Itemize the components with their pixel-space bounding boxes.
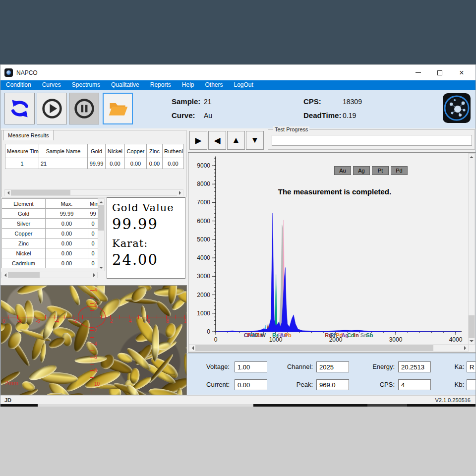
reticle-v-label: 8	[94, 368, 97, 373]
table-cell: 0.00	[106, 158, 125, 169]
table-cell: 0.00	[46, 238, 88, 248]
menu-item-help[interactable]: Help	[177, 80, 200, 90]
element-hscrollbar[interactable]	[1, 272, 98, 278]
test-progress-label: Test Progress	[273, 126, 309, 132]
table-cell: Zinc	[2, 238, 46, 248]
column-header: Zinc	[147, 144, 163, 158]
legend-button-pd[interactable]: Pd	[391, 166, 408, 175]
y-tick-label: 2000	[197, 292, 210, 298]
element-vscrollbar[interactable]	[98, 198, 105, 271]
spectrum-chart: 0100020003000400001000200030004000500060…	[188, 153, 469, 345]
legend-button-au[interactable]: Au	[334, 166, 351, 175]
reticle-tick	[90, 384, 94, 384]
menu-item-condition[interactable]: Condition	[0, 80, 37, 90]
table-cell: 0.00	[163, 158, 184, 169]
x-tick-label: 4000	[449, 336, 463, 343]
reticle-tick	[90, 310, 94, 311]
menu-item-spectrums[interactable]: Spectrums	[66, 80, 106, 90]
series-measured-spectrum	[216, 213, 461, 332]
chart-hscrollbar[interactable]	[189, 344, 469, 352]
reticle-tick	[90, 377, 94, 378]
nav-up-button[interactable]: ▲	[227, 131, 245, 150]
menu-item-others[interactable]: Others	[200, 80, 229, 90]
cps-field[interactable]	[398, 379, 431, 390]
table-cell: Gold	[2, 209, 46, 219]
camera-scale-label: 2mm	[5, 380, 18, 387]
table-cell: 1	[5, 158, 39, 169]
table-header-row: ElementMax.Min.	[2, 199, 98, 209]
nav-left-button[interactable]: ◀	[208, 131, 226, 150]
status-version: V2.1.0.250516	[435, 397, 471, 403]
nav-right-button[interactable]: ▶	[189, 131, 207, 150]
gold-value-panel: Gold Value 99.99 Karat: 24.00	[107, 197, 185, 279]
karat-label: Karat:	[112, 238, 180, 249]
open-file-button[interactable]	[103, 93, 133, 124]
ka-field[interactable]	[467, 361, 476, 372]
results-hscrollbar[interactable]	[4, 189, 183, 196]
column-header: Sample Name	[39, 144, 88, 158]
table-row[interactable]: Gold99.9999	[2, 209, 98, 219]
menu-item-logout[interactable]: LogOut	[229, 80, 259, 90]
peak-field[interactable]	[316, 379, 349, 390]
restore-button[interactable]	[430, 66, 450, 80]
voltage-field[interactable]	[235, 361, 267, 372]
desktop-background-top	[0, 0, 476, 64]
reticle-h-label: -2	[73, 318, 77, 324]
gold-value-title: Gold Value	[112, 202, 180, 214]
reticle-tick	[90, 297, 94, 298]
pause-measure-button[interactable]	[69, 93, 99, 124]
tab-measure-results[interactable]: Measure Results	[3, 130, 54, 140]
reticle-tick	[90, 324, 94, 324]
table-row[interactable]: Cadmium0.000	[2, 258, 98, 268]
reticle-h-label: -8	[17, 318, 22, 324]
reticle-tick	[45, 315, 46, 319]
menu-item-qualitative[interactable]: Qualitative	[106, 80, 145, 90]
menu-item-reports[interactable]: Reports	[145, 80, 177, 90]
reticle-tick	[90, 391, 94, 391]
kb-field[interactable]	[467, 379, 476, 390]
channel-field[interactable]	[316, 361, 349, 372]
table-row[interactable]: Nickel0.000	[2, 248, 98, 258]
test-progress-group: Test Progress	[268, 129, 475, 150]
table-row[interactable]: Copper0.000	[2, 229, 98, 238]
minimize-button[interactable]	[408, 66, 428, 80]
window-bottom-strip	[0, 404, 476, 407]
title-bar: NAPCO ×	[0, 64, 476, 80]
sample-camera-image: 0-8-6-4-22468142246810 2mm	[0, 285, 187, 395]
table-cell: 0.00	[46, 258, 88, 268]
chart-vscrollbar[interactable]	[468, 153, 475, 345]
app-icon	[4, 68, 13, 77]
peak-label: Peak:	[278, 381, 313, 388]
reticle-tick	[90, 370, 94, 371]
current-field[interactable]	[235, 379, 267, 390]
table-row[interactable]: 12199.990.000.000.000.00	[5, 158, 184, 169]
energy-field[interactable]	[398, 361, 431, 372]
reticle-tick	[90, 330, 94, 331]
column-header: Nickel	[106, 144, 125, 158]
start-measure-button[interactable]	[37, 93, 67, 124]
table-cell: 0	[88, 219, 98, 229]
current-label: Current:	[195, 381, 230, 388]
ka-label: Ka:	[429, 363, 464, 370]
cps-label: CPS:	[303, 97, 321, 106]
close-button[interactable]: ×	[452, 66, 472, 80]
legend-button-ag[interactable]: Ag	[353, 166, 370, 175]
spectrum-chart-panel: 0100020003000400001000200030004000500060…	[188, 152, 476, 353]
reticle-tick	[90, 337, 94, 338]
table-cell: Copper	[2, 229, 46, 238]
app-window: NAPCO × ConditionCurvesSpectrumsQualitat…	[0, 64, 476, 407]
table-row[interactable]: Silver0.000	[2, 219, 98, 229]
desktop-background-bottom	[0, 407, 476, 476]
curve-label: Curve:	[172, 111, 195, 119]
reticle-v-label: 10	[94, 381, 100, 387]
element-table: ElementMax.Min.Gold99.9999Silver0.000Cop…	[1, 198, 98, 268]
table-cell: 0.00	[147, 158, 163, 169]
table-cell: Silver	[2, 219, 46, 229]
menu-item-curves[interactable]: Curves	[37, 80, 66, 90]
refresh-button[interactable]	[4, 93, 35, 124]
nav-down-button[interactable]: ▼	[246, 131, 264, 150]
sample-label: Sample:	[172, 97, 200, 106]
legend-button-pt[interactable]: Pt	[372, 166, 389, 175]
table-row[interactable]: Zinc0.000	[2, 238, 98, 248]
restore-icon	[437, 70, 442, 75]
